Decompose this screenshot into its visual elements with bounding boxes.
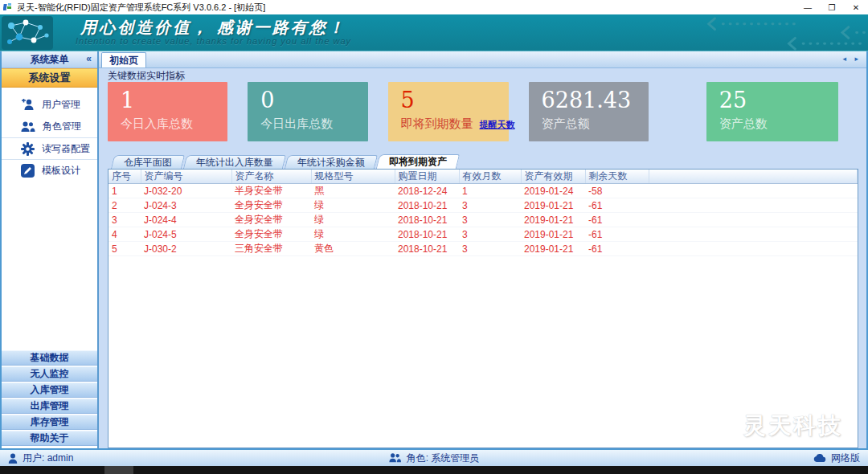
table-cell: 4: [108, 227, 141, 242]
kpi-value: 6281.43: [542, 88, 649, 112]
maximize-button[interactable]: ❐: [820, 0, 844, 14]
table-cell: -61: [585, 242, 649, 256]
table-cell: J-024-5: [141, 227, 231, 242]
table-cell: 半身安全带: [231, 184, 311, 198]
sidebar-item-role-management[interactable]: 角色管理: [2, 116, 97, 137]
network-logo-icon: [2, 16, 55, 50]
sidebar-group-unmanned-monitor[interactable]: 无人监控: [2, 366, 97, 382]
table-cell: 2019-01-21: [521, 213, 585, 227]
status-edition: 网络版: [831, 452, 860, 465]
column-header[interactable]: 序号: [108, 170, 141, 184]
sidebar-item-template-design[interactable]: 模板设计: [2, 159, 97, 181]
table-row[interactable]: 1J-032-20半身安全带黑2018-12-2412019-01-24-58: [108, 184, 858, 198]
column-header[interactable]: 有效月数: [459, 170, 521, 184]
taskbar-item: [104, 466, 133, 474]
table-cell: J-024-4: [141, 213, 231, 227]
sidebar-group-outbound[interactable]: 出库管理: [2, 398, 97, 414]
sidebar: 系统菜单 « 系统设置 用户管理: [2, 51, 99, 448]
tab-yearly-purchase-amount[interactable]: 年统计采购金额: [285, 155, 378, 169]
tab-label: 仓库平面图: [124, 156, 172, 170]
table-cell: 2018-12-24: [395, 184, 459, 198]
sidebar-item-reader-config[interactable]: 读写器配置: [2, 137, 97, 159]
table-cell: 2018-10-21: [395, 198, 459, 213]
vendor-watermark: 灵天科技: [706, 411, 843, 441]
app-window: 灵天-智能化(RFID)固定资产管理系统FC系列 V3.0.6.2 - [初始页…: [0, 0, 868, 474]
kpi-card-asset-total-value: 6281.43 资产总额: [529, 82, 649, 141]
kpi-label-text: 资产总数: [719, 116, 838, 132]
table-cell: -58: [585, 184, 649, 198]
column-header[interactable]: 资产名称: [231, 170, 311, 184]
tab-yearly-inout-count[interactable]: 年统计出入库数量: [183, 155, 286, 169]
kpi-label-text: 即将到期数量: [401, 116, 473, 132]
status-user: 用户: admin: [23, 452, 73, 465]
kpi-value: 25: [719, 88, 838, 112]
table-header: 序号资产编号资产名称规格型号购置日期有效月数资产有效期剩余天数: [108, 170, 858, 184]
table-cell: 2018-10-21: [395, 227, 459, 242]
table-cell: 3: [108, 213, 141, 227]
tab-warehouse-floorplan[interactable]: 仓库平面图: [111, 155, 185, 169]
table-cell: -61: [585, 198, 649, 213]
table-cell: 1: [108, 184, 141, 198]
kpi-cards: 1 今日入库总数 0 今日出库总数 5 即将到期数量 提醒天数: [108, 82, 858, 141]
sidebar-group-inventory[interactable]: 库存管理: [2, 415, 97, 430]
user-icon: [8, 453, 18, 464]
column-header[interactable]: 剩余天数: [585, 170, 649, 184]
table-cell: -61: [585, 213, 649, 227]
sidebar-group-basic-data[interactable]: 基础数据: [2, 350, 97, 366]
statusbar: 用户: admin 角色: 系统管理员 网络版: [0, 448, 868, 466]
table-cell: 绿: [311, 213, 395, 227]
collapse-icon[interactable]: «: [86, 53, 92, 64]
table-cell-filler: [649, 213, 858, 227]
main-region: 系统菜单 « 系统设置 用户管理: [0, 51, 868, 448]
table-cell: 3: [459, 198, 521, 213]
table-cell: 3: [459, 213, 521, 227]
column-header[interactable]: 购置日期: [395, 170, 459, 184]
table-row[interactable]: 4J-024-5全身安全带绿2018-10-2132019-01-21-61: [108, 227, 858, 242]
sidebar-group-inbound[interactable]: 入库管理: [2, 382, 97, 398]
column-header-filler: [649, 170, 858, 184]
minimize-button[interactable]: —: [796, 0, 820, 14]
table-cell: 2: [108, 198, 141, 213]
taskbar-strip: [0, 466, 868, 474]
content-area: 初始页 ◂ ▸ 关键数据实时指标 1 今日入库总数 0 今日出库总数 5: [99, 51, 866, 448]
tab-home-page[interactable]: 初始页: [101, 52, 146, 67]
table-cell-filler: [649, 198, 858, 213]
table-cell-filler: [649, 242, 858, 256]
table-cell: 2018-10-21: [395, 213, 459, 227]
kpi-value: 5: [401, 88, 509, 112]
sidebar-group-help-about[interactable]: 帮助关于: [2, 431, 97, 446]
sidebar-item-label: 用户管理: [42, 98, 80, 112]
column-header[interactable]: 资产有效期: [521, 170, 585, 184]
kpi-card-inbound-today: 1 今日入库总数: [108, 82, 227, 141]
table-row[interactable]: 5J-030-2三角安全带黄色2018-10-2132019-01-21-61: [108, 242, 858, 256]
kpi-card-outbound-today: 0 今日出库总数: [248, 82, 367, 141]
tab-label: 年统计采购金额: [297, 156, 365, 170]
table-cell-filler: [649, 227, 858, 242]
sidebar-group-system-settings[interactable]: 系统设置: [2, 68, 97, 88]
tab-label: 即将到期资产: [389, 155, 447, 169]
banner-slogan: 用心创造价值， 感谢一路有您！: [76, 18, 351, 36]
kpi-label-text: 今日出库总数: [260, 116, 367, 132]
user-plus-icon: [21, 99, 35, 111]
content-body: 关键数据实时指标 1 今日入库总数 0 今日出库总数 5 即将到期数量: [99, 68, 866, 448]
table-row[interactable]: 3J-024-4全身安全带绿2018-10-2132019-01-21-61: [108, 213, 858, 227]
table-cell: 黄色: [311, 242, 395, 256]
column-header[interactable]: 规格型号: [311, 170, 395, 184]
asset-table: 序号资产编号资产名称规格型号购置日期有效月数资产有效期剩余天数 1J-032-2…: [108, 170, 858, 256]
table-row[interactable]: 2J-024-3全身安全带绿2018-10-2132019-01-21-61: [108, 198, 858, 213]
tab-expiring-assets[interactable]: 即将到期资产: [376, 154, 460, 169]
sidebar-item-label: 读写器配置: [42, 142, 90, 156]
banner: 用心创造价值， 感谢一路有您！ Intention to create valu…: [0, 14, 868, 51]
remind-days-link[interactable]: 提醒天数: [480, 119, 515, 131]
watermark-text: 灵天科技: [743, 411, 843, 441]
table-cell: -61: [585, 227, 649, 242]
kpi-card-asset-total-count: 25 资产总数: [706, 82, 838, 141]
kpi-label-text: 资产总额: [542, 116, 649, 132]
table-cell: 1: [459, 184, 521, 198]
column-header[interactable]: 资产编号: [141, 170, 231, 184]
users-icon: [21, 121, 35, 133]
close-button[interactable]: ✕: [844, 0, 868, 14]
wechat-logo-icon: [706, 413, 739, 439]
sidebar-item-user-management[interactable]: 用户管理: [2, 94, 97, 116]
tab-nav-arrows[interactable]: ◂ ▸: [842, 55, 862, 63]
